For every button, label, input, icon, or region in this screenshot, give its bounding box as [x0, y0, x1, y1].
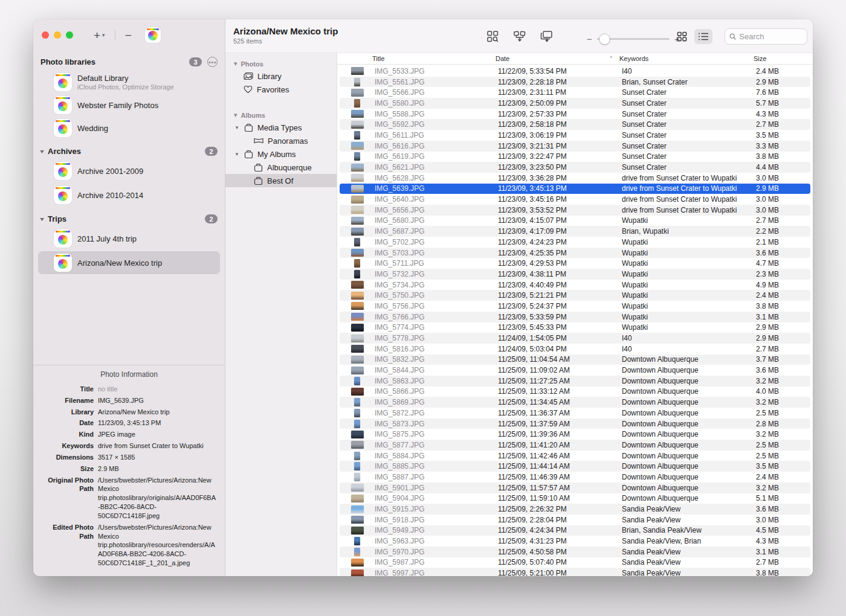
merge-photos-button[interactable]	[511, 28, 528, 45]
cell-size: 2.5 MB	[756, 441, 810, 449]
table-row[interactable]: IMG_5766.JPG 11/23/09, 5:33:59 PM Wupatk…	[340, 312, 810, 322]
table-row[interactable]: IMG_5866.JPG 11/25/09, 11:33:12 AM Downt…	[340, 387, 810, 397]
table-row[interactable]: IMG_5711.JPG 11/23/09, 4:29:53 PM Wupatk…	[340, 258, 810, 269]
trips-section-header[interactable]: ▾ Trips 2	[33, 207, 225, 226]
sidebar-item-archive-2001-2009[interactable]: Archive 2001-2009	[38, 159, 220, 182]
sidebar-item-archive-2010-2014[interactable]: Archive 2010-2014	[38, 184, 220, 207]
remove-library-button[interactable]: −	[123, 28, 134, 42]
close-button[interactable]	[42, 31, 49, 39]
table-row[interactable]: IMG_5875.JPG 11/25/09, 11:39:36 AM Downt…	[340, 429, 810, 440]
table-row[interactable]: IMG_5616.JPG 11/23/09, 3:21:31 PM Sunset…	[340, 141, 810, 152]
table-row[interactable]: IMG_5561.JPG 11/23/09, 2:28:18 PM Brian,…	[340, 77, 810, 88]
sidebar-item-wedding[interactable]: Wedding	[33, 117, 225, 140]
table-row[interactable]: IMG_5778.JPG 11/24/09, 1:54:05 PM I40 2.…	[340, 333, 810, 344]
photo-libraries-header: Photo libraries 3 •••	[33, 51, 225, 71]
minimize-button[interactable]	[54, 31, 61, 39]
slider-knob[interactable]	[599, 34, 610, 44]
table-row[interactable]: IMG_5915.JPG 11/25/09, 2:26:32 PM Sandia…	[340, 504, 810, 515]
list-view-button[interactable]	[694, 29, 712, 44]
cell-size: 3.5 MB	[756, 131, 810, 140]
cell-title: IMG_5869.JPG	[375, 398, 498, 406]
table-row[interactable]: IMG_5687.JPG 11/23/09, 4:17:09 PM Brian,…	[340, 226, 810, 237]
column-header-size[interactable]: Size	[754, 55, 813, 62]
more-options-button[interactable]: •••	[207, 57, 218, 67]
browse-thumbnails-button[interactable]	[484, 28, 501, 45]
table-row[interactable]: IMG_5963.JPG 11/25/09, 4:31:23 PM Sandia…	[340, 536, 810, 547]
cell-title: IMG_5844.JPG	[375, 366, 498, 374]
sidebar-item-webster-family[interactable]: Webster Family Photos	[33, 94, 225, 117]
table-row[interactable]: IMG_5832.JPG 11/25/09, 11:04:54 AM Downt…	[340, 355, 810, 365]
cell-title: IMG_5816.JPG	[375, 345, 498, 353]
sidebar-item-best-of[interactable]: Best Of	[225, 174, 337, 187]
table-row[interactable]: IMG_5611.JPG 11/23/09, 3:06:19 PM Sunset…	[340, 130, 810, 141]
table-row[interactable]: IMG_5918.JPG 11/25/09, 2:28:04 PM Sandia…	[340, 515, 810, 525]
table-row[interactable]: IMG_5703.JPG 11/23/09, 4:25:35 PM Wupatk…	[340, 248, 810, 258]
sidebar-item-favorites[interactable]: Favorites	[225, 83, 337, 96]
column-header-date[interactable]: Date ⌃	[496, 55, 619, 62]
photo-thumbnail	[351, 67, 364, 75]
table-row[interactable]: IMG_5884.JPG 11/25/09, 11:42:46 AM Downt…	[340, 451, 810, 461]
table-row[interactable]: IMG_5750.JPG 11/23/09, 5:21:21 PM Wupatk…	[340, 290, 810, 301]
table-row[interactable]: IMG_5592.JPG 11/23/09, 2:58:18 PM Sunset…	[340, 119, 810, 130]
sidebar-item-media-types[interactable]: ▾ Media Types	[225, 121, 337, 134]
photo-thumbnail	[351, 559, 364, 566]
search-input[interactable]	[739, 32, 802, 41]
table-row[interactable]: IMG_5628.JPG 11/23/09, 3:36:28 PM drive …	[340, 173, 810, 184]
table-row[interactable]: IMG_5901.JPG 11/25/09, 11:57:57 AM Downt…	[340, 483, 810, 493]
table-row[interactable]: IMG_5734.JPG 11/23/09, 4:40:49 PM Wupatk…	[340, 280, 810, 290]
table-row[interactable]: IMG_5756.JPG 11/23/09, 5:24:37 PM Wupatk…	[340, 301, 810, 312]
table-row[interactable]: IMG_5774.JPG 11/23/09, 5:45:33 PM Wupatk…	[340, 322, 810, 333]
table-row[interactable]: IMG_5863.JPG 11/25/09, 11:27:25 AM Downt…	[340, 376, 810, 387]
table-row[interactable]: IMG_5873.JPG 11/25/09, 11:37:59 AM Downt…	[340, 419, 810, 429]
photo-thumbnail	[351, 569, 364, 576]
table-row[interactable]: IMG_5816.JPG 11/24/09, 5:03:04 PM I40 2.…	[340, 344, 810, 355]
table-row[interactable]: IMG_5844.JPG 11/25/09, 11:09:02 AM Downt…	[340, 365, 810, 376]
table-row[interactable]: IMG_5732.JPG 11/23/09, 4:38:11 PM Wupatk…	[340, 269, 810, 280]
table-row[interactable]: IMG_5621.JPG 11/23/09, 3:23:50 PM Sunset…	[340, 162, 810, 173]
table-row[interactable]: IMG_5680.JPG 11/23/09, 4:15:07 PM Wupatk…	[340, 216, 810, 226]
table-row[interactable]: IMG_5640.JPG 11/23/09, 3:45:16 PM drive …	[340, 194, 810, 205]
cell-title: IMG_5640.JPG	[375, 195, 498, 204]
sidebar-item-my-albums[interactable]: ▾ My Albums	[225, 147, 337, 161]
slider-track[interactable]	[597, 38, 670, 40]
table-row[interactable]: IMG_5656.JPG 11/23/09, 3:53:52 PM drive …	[340, 205, 810, 216]
table-row[interactable]: IMG_5639.JPG 11/23/09, 3:45:13 PM drive …	[340, 184, 810, 194]
grid-view-button[interactable]	[673, 29, 691, 44]
add-library-button[interactable]: + ▾	[91, 28, 108, 42]
column-header-title[interactable]: Title	[372, 55, 496, 62]
zoom-button[interactable]	[66, 31, 73, 39]
table-row[interactable]: IMG_5533.JPG 11/22/09, 5:33:54 PM I40 2.…	[340, 66, 810, 77]
table-row[interactable]: IMG_5580.JPG 11/23/09, 2:50:09 PM Sunset…	[340, 98, 810, 109]
table-row[interactable]: IMG_5987.JPG 11/25/09, 5:07:40 PM Sandia…	[340, 557, 810, 568]
column-header-keywords[interactable]: Keywords	[619, 55, 754, 62]
cell-title: IMG_5533.JPG	[375, 67, 498, 75]
albums-group-header[interactable]: ▾ Albums	[225, 109, 337, 121]
table-row[interactable]: IMG_5872.JPG 11/25/09, 11:36:37 AM Downt…	[340, 408, 810, 419]
table-row[interactable]: IMG_5869.JPG 11/25/09, 11:34:45 AM Downt…	[340, 397, 810, 408]
sidebar-item-panoramas[interactable]: Panoramas	[225, 134, 337, 147]
table-row[interactable]: IMG_5904.JPG 11/25/09, 11:59:10 AM Downt…	[340, 493, 810, 504]
table-row[interactable]: IMG_5877.JPG 11/25/09, 11:41:20 AM Downt…	[340, 440, 810, 451]
table-row[interactable]: IMG_5588.JPG 11/23/09, 2:57:33 PM Sunset…	[340, 109, 810, 120]
table-row[interactable]: IMG_5702.JPG 11/23/09, 4:24:23 PM Wupatk…	[340, 237, 810, 248]
table-row[interactable]: IMG_5970.JPG 11/25/09, 4:50:58 PM Sandia…	[340, 547, 810, 557]
zoom-out-icon[interactable]: −	[587, 34, 592, 43]
sidebar-item-2011-july-trip[interactable]: 2011 July 4th trip	[38, 227, 220, 250]
sidebar-item-default-library[interactable]: Default Library iCloud Photos, Optimize …	[33, 71, 225, 94]
table-row[interactable]: IMG_5887.JPG 11/25/09, 11:46:39 AM Downt…	[340, 472, 810, 483]
sidebar-item-albuquerque[interactable]: Albuquerque	[225, 161, 337, 174]
cell-size: 4.0 MB	[756, 387, 810, 396]
cell-size: 2.8 MB	[756, 420, 810, 428]
table-row[interactable]: IMG_5997.JPG 11/25/09, 5:21:00 PM Sandia…	[340, 568, 810, 576]
library-name: Arizona/New Mexico trip	[77, 258, 162, 268]
archives-section-header[interactable]: ▾ Archives 2	[33, 140, 225, 159]
table-row[interactable]: IMG_5619.JPG 11/23/09, 3:22:47 PM Sunset…	[340, 152, 810, 162]
table-row[interactable]: IMG_5949.JPG 11/25/09, 4:24:34 PM Brian,…	[340, 525, 810, 536]
photos-group-header[interactable]: ▾ Photos	[225, 58, 337, 69]
table-row[interactable]: IMG_5885.JPG 11/25/09, 11:44:14 AM Downt…	[340, 461, 810, 472]
table-row[interactable]: IMG_5566.JPG 11/23/09, 2:31:11 PM Sunset…	[340, 87, 810, 98]
sidebar-item-arizona-new-mexico-trip[interactable]: Arizona/New Mexico trip	[38, 251, 220, 274]
export-photos-button[interactable]	[538, 28, 555, 45]
search-field[interactable]	[725, 28, 807, 45]
sidebar-item-library[interactable]: Library	[225, 69, 337, 83]
